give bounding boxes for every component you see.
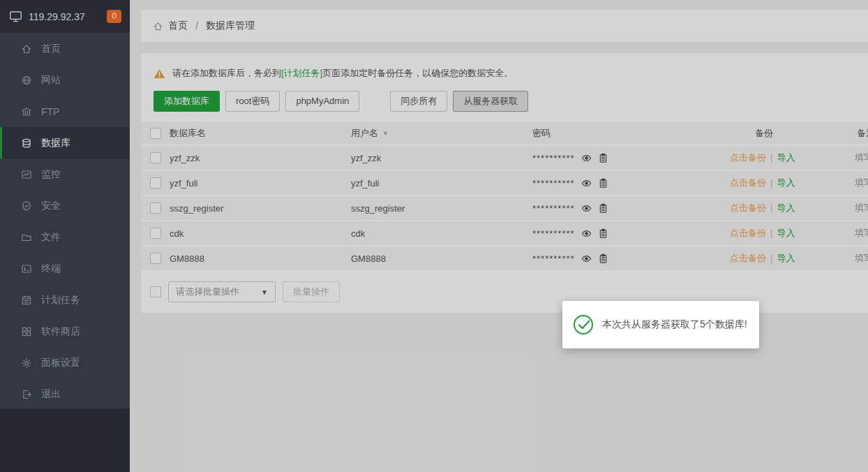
modal-shade (0, 0, 868, 472)
toast-notification: 本次共从服务器获取了5个数据库! (562, 301, 759, 348)
toast-message: 本次共从服务器获取了5个数据库! (602, 318, 747, 331)
success-check-icon (573, 314, 594, 335)
